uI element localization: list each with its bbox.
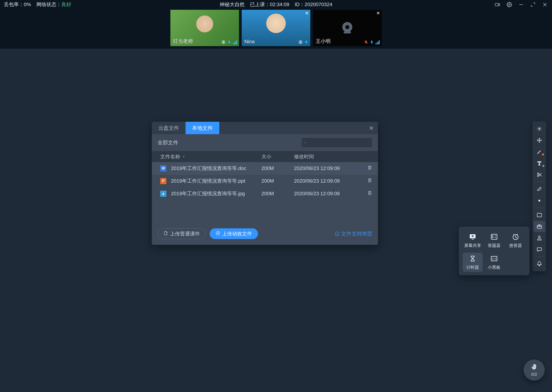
col-header-name-label: 文件名称 bbox=[160, 153, 180, 160]
file-time: 2020/06/23 12:09:09 bbox=[294, 178, 351, 184]
raise-hand-button[interactable]: 0/2 bbox=[524, 359, 545, 380]
svg-point-26 bbox=[538, 200, 540, 202]
tab-local-files[interactable]: 本地文件 bbox=[186, 122, 219, 134]
file-name: 2019年工作汇报情况查询等等.doc bbox=[171, 165, 246, 172]
mic-on-icon bbox=[227, 40, 231, 45]
dialog-tabs: 云盘文件 本地文件 ✕ bbox=[152, 122, 378, 134]
move-tool[interactable] bbox=[534, 135, 545, 146]
col-header-size[interactable]: 大小 bbox=[261, 153, 294, 160]
file-size: 200M bbox=[261, 178, 294, 184]
doc-file-icon: W bbox=[160, 165, 166, 171]
file-dialog: 云盘文件 本地文件 ✕ 全部文件 文件名称 大小 修改时间 W 2019年工作汇… bbox=[152, 122, 378, 245]
dialog-filter-row: 全部文件 bbox=[152, 134, 378, 151]
supported-types-link[interactable]: 文件支持类型 bbox=[335, 230, 372, 237]
roster-tool[interactable] bbox=[534, 232, 545, 244]
answerer-tool[interactable]: 答题器 bbox=[484, 231, 504, 250]
upload-effect-label: 上传动效文件 bbox=[222, 231, 252, 237]
file-row[interactable]: W 2019年工作汇报情况查询等等.doc 200M 2020/06/23 12… bbox=[152, 162, 378, 175]
timer-tool[interactable]: 计时器 bbox=[463, 253, 483, 272]
bell-tool[interactable] bbox=[534, 258, 545, 269]
svg-point-28 bbox=[538, 236, 540, 238]
chat-tool[interactable] bbox=[534, 244, 545, 255]
file-size: 200M bbox=[261, 165, 294, 171]
participant-tile[interactable]: 叮当老师 bbox=[170, 10, 239, 46]
status-bar: 丢包率：0% 网络状态：良好 神秘大自然 已上课：02:34:09 ID：202… bbox=[0, 0, 552, 9]
tile-indicators bbox=[298, 40, 308, 45]
camera-toggle-button[interactable] bbox=[494, 1, 501, 8]
delete-file-button[interactable] bbox=[367, 191, 372, 196]
pen-tool[interactable] bbox=[534, 146, 545, 157]
status-left: 丢包率：0% 网络状态：良好 bbox=[4, 1, 71, 8]
upload-normal-button[interactable]: 上传普通课件 bbox=[158, 228, 206, 239]
col-header-name[interactable]: 文件名称 bbox=[158, 153, 261, 160]
participant-name: Nina bbox=[244, 39, 254, 45]
svg-point-23 bbox=[539, 128, 540, 129]
delete-file-button[interactable] bbox=[367, 166, 372, 171]
session-id-value: 2020070324 bbox=[305, 1, 332, 7]
svg-point-33 bbox=[492, 237, 492, 238]
participant-name: 王小明 bbox=[316, 38, 331, 45]
svg-rect-10 bbox=[306, 41, 307, 43]
dialog-actions: 上传普通课件 上传动效文件 文件支持类型 bbox=[152, 223, 378, 245]
right-toolbar bbox=[532, 121, 546, 271]
svg-text:2+3: 2+3 bbox=[492, 257, 496, 260]
file-time: 2020/06/23 12:09:09 bbox=[294, 165, 351, 171]
participant-tile[interactable]: ✕ 王小明 bbox=[313, 10, 382, 46]
files-tool[interactable] bbox=[534, 210, 545, 221]
file-row[interactable]: P 2019年工作汇报情况查询等等.ppt 200M 2020/06/23 12… bbox=[152, 175, 378, 187]
file-time: 2020/06/23 12:09:09 bbox=[294, 191, 351, 196]
upload-effect-button[interactable]: 上传动效文件 bbox=[210, 228, 258, 239]
file-size: 200M bbox=[261, 191, 294, 196]
upload-normal-label: 上传普通课件 bbox=[170, 231, 200, 237]
search-input[interactable] bbox=[308, 140, 369, 146]
network-status-value: 良好 bbox=[61, 1, 71, 7]
filter-all-files[interactable]: 全部文件 bbox=[158, 139, 178, 146]
elapsed-label: 已上课： bbox=[250, 1, 270, 7]
svg-line-18 bbox=[306, 143, 306, 143]
svg-point-25 bbox=[537, 175, 539, 177]
text-tool[interactable] bbox=[534, 158, 545, 169]
svg-point-24 bbox=[537, 173, 539, 174]
svg-rect-27 bbox=[537, 225, 542, 228]
eraser-tool[interactable] bbox=[534, 183, 545, 195]
sort-caret-icon bbox=[182, 154, 186, 160]
course-title: 神秘大自然 bbox=[220, 1, 245, 8]
packet-loss: 丢包率：0% bbox=[4, 1, 31, 8]
search-field[interactable] bbox=[301, 138, 372, 147]
signal-icon bbox=[376, 40, 380, 44]
tool-label: 屏幕共享 bbox=[464, 243, 481, 248]
laser-pointer-tool[interactable] bbox=[534, 123, 545, 134]
settings-button[interactable] bbox=[506, 1, 513, 8]
signal-icon bbox=[233, 40, 237, 44]
svg-point-1 bbox=[509, 4, 510, 5]
tab-cloud-files[interactable]: 云盘文件 bbox=[152, 122, 186, 134]
svg-rect-16 bbox=[371, 41, 372, 43]
tools-popover: 屏幕共享 答题器 抢答器 计时器 2+3 小黑板 bbox=[459, 227, 529, 275]
elapsed-value: 02:34:09 bbox=[270, 1, 289, 7]
svg-point-12 bbox=[345, 25, 350, 29]
expand-button[interactable] bbox=[530, 1, 536, 8]
col-header-time[interactable]: 修改时间 bbox=[294, 153, 351, 160]
remove-participant-button[interactable]: ✕ bbox=[376, 11, 380, 16]
svg-rect-31 bbox=[491, 234, 497, 239]
toolbox-tool[interactable] bbox=[534, 221, 545, 232]
scissors-tool[interactable] bbox=[534, 169, 545, 180]
blackboard-tool[interactable]: 2+3 小黑板 bbox=[484, 253, 504, 272]
tool-label: 答题器 bbox=[488, 243, 501, 248]
delete-file-button[interactable] bbox=[367, 178, 372, 184]
toolbar-separator bbox=[535, 208, 544, 208]
buzzer-tool[interactable]: 抢答器 bbox=[506, 231, 526, 250]
close-window-button[interactable] bbox=[542, 1, 548, 8]
dialog-close-button[interactable]: ✕ bbox=[369, 125, 374, 131]
video-strip: 叮当老师 ✕ Nina ✕ 王小明 bbox=[0, 9, 552, 49]
file-row[interactable]: ▲ 2019年工作汇报情况查询等等.jpg 200M 2020/06/23 12… bbox=[152, 187, 378, 200]
participant-tile[interactable]: ✕ Nina bbox=[242, 10, 310, 46]
svg-rect-0 bbox=[495, 3, 498, 6]
file-name: 2019年工作汇报情况查询等等.jpg bbox=[171, 190, 245, 197]
svg-point-9 bbox=[300, 41, 301, 43]
brightness-tool[interactable] bbox=[534, 195, 545, 206]
screen-share-tool[interactable]: 屏幕共享 bbox=[463, 231, 483, 250]
status-center: 神秘大自然 已上课：02:34:09 ID：2020070324 bbox=[220, 1, 332, 8]
svg-point-17 bbox=[305, 142, 306, 143]
minimize-button[interactable] bbox=[518, 1, 524, 8]
